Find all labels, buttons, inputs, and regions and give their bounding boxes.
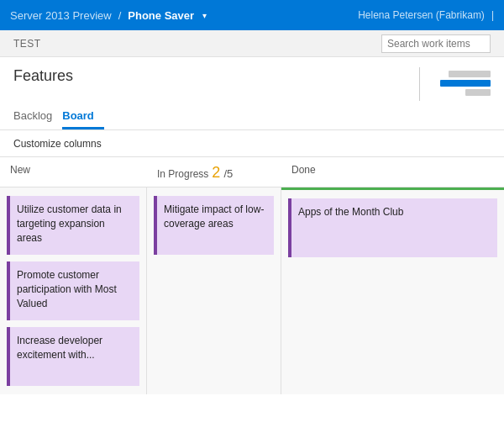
topbar-left: Server 2013 Preview / Phone Saver ▾ bbox=[10, 9, 207, 22]
chart-bars bbox=[423, 67, 491, 101]
chart-seg-gray bbox=[449, 71, 491, 77]
topbar: Server 2013 Preview / Phone Saver ▾ Hele… bbox=[0, 0, 504, 30]
tab-backlog[interactable]: Backlog bbox=[13, 104, 62, 129]
subnav: TEST bbox=[0, 30, 504, 57]
card-done-1-text: Apps of the Month Club bbox=[298, 205, 491, 219]
col-header-done: Done bbox=[281, 164, 504, 182]
inprogress-label-wrapper: In Progress 2/5 bbox=[157, 164, 271, 182]
card-new-1-text: Utilize customer data in targeting expan… bbox=[17, 203, 133, 245]
search-box[interactable] bbox=[381, 34, 491, 53]
topbar-pipe: | bbox=[491, 9, 494, 21]
chart-seg-blue bbox=[440, 80, 491, 87]
board-headers: New In Progress 2/5 Done bbox=[0, 157, 504, 187]
inprogress-max: /5 bbox=[223, 167, 233, 180]
topbar-separator: / bbox=[118, 9, 122, 22]
card-new-3-text: Increase developer excitement with... bbox=[17, 334, 133, 362]
project-label[interactable]: Phone Saver bbox=[128, 9, 194, 22]
card-new-2-text: Promote customer participation with Most… bbox=[17, 268, 133, 310]
server-label[interactable]: Server 2013 Preview bbox=[10, 9, 112, 22]
card-new-1[interactable]: Utilize customer data in targeting expan… bbox=[7, 196, 139, 255]
features-area: Features Backlog Board bbox=[0, 57, 504, 130]
col-new: Utilize customer data in targeting expan… bbox=[0, 187, 147, 394]
board-columns: Utilize customer data in targeting expan… bbox=[0, 187, 504, 394]
col-header-new: New bbox=[0, 164, 147, 182]
tab-board[interactable]: Board bbox=[62, 104, 104, 129]
inprogress-text: In Progress bbox=[157, 168, 208, 180]
col-header-inprogress: In Progress 2/5 bbox=[147, 164, 281, 182]
nav-tabs: Backlog Board bbox=[13, 104, 491, 129]
chart-row-1 bbox=[449, 71, 491, 77]
features-header: Features bbox=[13, 67, 491, 101]
customize-bar: Customize columns bbox=[0, 130, 504, 157]
chart-seg-gray2 bbox=[465, 89, 491, 96]
user-label[interactable]: Helena Petersen (Fabrikam) bbox=[358, 9, 485, 21]
col-done: Apps of the Month Club bbox=[281, 187, 504, 394]
search-input[interactable] bbox=[387, 38, 485, 50]
inprogress-count: 2 bbox=[212, 164, 220, 182]
features-chart bbox=[419, 67, 491, 101]
chart-divider-line bbox=[419, 67, 420, 101]
card-done-1[interactable]: Apps of the Month Club bbox=[288, 198, 497, 257]
col-inprogress: Mitigate impact of low-coverage areas bbox=[147, 187, 281, 394]
card-inprogress-1[interactable]: Mitigate impact of low-coverage areas bbox=[154, 196, 274, 255]
chart-row-2 bbox=[440, 80, 491, 87]
customize-columns-link[interactable]: Customize columns bbox=[13, 138, 102, 150]
board: New In Progress 2/5 Done Utilize custome… bbox=[0, 157, 504, 394]
card-new-3[interactable]: Increase developer excitement with... bbox=[7, 327, 139, 386]
features-title: Features bbox=[13, 67, 73, 85]
card-new-2[interactable]: Promote customer participation with Most… bbox=[7, 261, 139, 320]
project-dropdown-icon[interactable]: ▾ bbox=[202, 11, 207, 20]
subnav-test-label: TEST bbox=[13, 38, 41, 50]
topbar-right: Helena Petersen (Fabrikam) | bbox=[358, 9, 494, 21]
card-inprogress-1-text: Mitigate impact of low-coverage areas bbox=[164, 203, 267, 231]
chart-row-3 bbox=[465, 89, 491, 96]
